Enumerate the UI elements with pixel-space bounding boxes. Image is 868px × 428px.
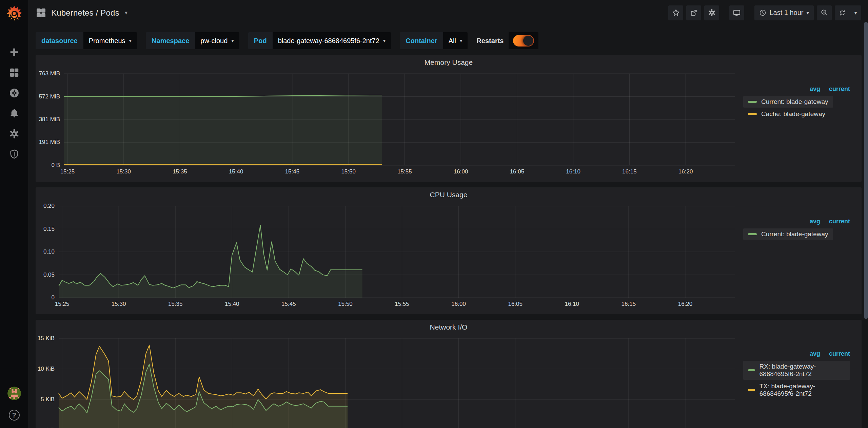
panel-legend: avg current Current: blade-gatewayCache:… <box>735 69 862 165</box>
dashboard-settings-button[interactable] <box>704 5 719 20</box>
gear-icon <box>708 9 716 17</box>
legend-sort-current[interactable]: current <box>829 86 850 93</box>
cycle-view-mode-button[interactable] <box>729 5 744 20</box>
panel-network-io: Network I/O 0 B5 KiB10 KiB15 KiB 15:2515… <box>36 320 862 428</box>
template-variables-row: datasource Prometheus ▾ Namespace pw-clo… <box>28 25 868 49</box>
panel-title[interactable]: CPU Usage <box>36 187 862 201</box>
chevron-down-icon: ▾ <box>129 38 132 44</box>
share-dashboard-button[interactable] <box>686 5 701 20</box>
dashboard-grid-icon <box>36 7 46 18</box>
container-dropdown[interactable]: All ▾ <box>443 32 468 49</box>
y-tick-label: 15 KiB <box>38 335 55 342</box>
sidebar-item-explore[interactable] <box>9 88 20 98</box>
y-tick-label: 191 MiB <box>39 139 60 146</box>
y-tick-label: 763 MiB <box>39 70 60 77</box>
legend-swatch <box>748 389 755 391</box>
panel-legend: avg current RX: blade-gateway-68684695f6… <box>735 333 862 428</box>
legend-item[interactable]: TX: blade-gateway-68684695f6-2nt72 <box>743 380 850 399</box>
legend-swatch <box>748 101 757 103</box>
x-tick-label: 15:40 <box>225 301 239 308</box>
y-tick-label: 572 MiB <box>39 93 60 100</box>
panel-title[interactable]: Memory Usage <box>36 55 862 69</box>
datasource-dropdown[interactable]: Prometheus ▾ <box>83 32 137 49</box>
legend-series-label: Cache: blade-gateway <box>761 110 825 118</box>
time-range-label: Last 1 hour <box>769 9 803 17</box>
mark-favorite-button[interactable] <box>668 5 683 20</box>
legend-item[interactable]: Current: blade-gateway <box>743 96 833 108</box>
chevron-down-icon: ▾ <box>231 38 234 44</box>
x-tick-label: 16:20 <box>678 301 693 308</box>
variable-label: Restarts <box>476 32 509 49</box>
legend-item[interactable]: Cache: blade-gateway <box>743 108 830 120</box>
plot-area[interactable]: 0 B191 MiB381 MiB572 MiB763 MiB 15:2515:… <box>64 74 735 165</box>
legend-series-label: Current: blade-gateway <box>761 98 828 106</box>
legend-sort-avg[interactable]: avg <box>810 350 820 357</box>
legend-sort-current[interactable]: current <box>829 218 850 225</box>
y-axis: 0 B191 MiB381 MiB572 MiB763 MiB <box>28 74 60 165</box>
y-tick-label: 381 MiB <box>39 116 60 123</box>
sidebar-item-server-admin[interactable] <box>9 149 20 160</box>
variable-value: blade-gateway-68684695f6-2nt72 <box>278 37 379 45</box>
variable-restarts: Restarts <box>476 32 538 49</box>
y-tick-label: 0.20 <box>43 203 55 209</box>
variable-label: Namespace <box>146 32 195 49</box>
variable-label: datasource <box>36 32 83 49</box>
zoom-out-time-range-button[interactable] <box>817 5 832 20</box>
panel-legend: avg current Current: blade-gateway <box>735 201 862 298</box>
y-tick-label: 0 B <box>46 427 55 428</box>
legend-item[interactable]: RX: blade-gateway-68684695f6-2nt72 <box>743 361 850 380</box>
legend-items: Current: blade-gatewayCache: blade-gatew… <box>743 95 850 120</box>
plot-area[interactable]: 0 B5 KiB10 KiB15 KiB 15:2515:3015:3515:4… <box>59 338 735 428</box>
x-tick-label: 15:25 <box>60 168 75 175</box>
clock-icon <box>759 9 766 16</box>
compass-icon <box>9 88 20 98</box>
legend-items: RX: blade-gateway-68684695f6-2nt72TX: bl… <box>743 360 850 399</box>
legend-sort-current[interactable]: current <box>829 350 850 357</box>
variable-datasource: datasource Prometheus ▾ <box>36 32 137 49</box>
x-tick-label: 15:25 <box>55 301 70 308</box>
legend-column-headers: avg current <box>743 350 850 357</box>
sidebar-item-dashboards[interactable] <box>9 67 20 78</box>
user-avatar[interactable] <box>7 387 21 400</box>
panel-cpu-usage: CPU Usage 00.050.100.150.20 15:2515:3015… <box>36 187 862 314</box>
legend-item[interactable]: Current: blade-gateway <box>743 228 833 240</box>
x-tick-label: 16:15 <box>622 301 636 308</box>
legend-swatch <box>748 113 757 115</box>
time-range-picker[interactable]: Last 1 hour ▾ <box>754 5 814 20</box>
x-tick-label: 15:45 <box>281 301 296 308</box>
variable-value: All <box>449 37 456 45</box>
refresh-interval-caret-button[interactable]: ▾ <box>850 5 861 20</box>
x-tick-label: 16:05 <box>510 168 525 175</box>
variable-value: Prometheus <box>89 37 125 45</box>
help-icon[interactable]: ? <box>9 410 20 421</box>
panel-title[interactable]: Network I/O <box>36 320 862 333</box>
x-tick-label: 16:10 <box>565 301 579 308</box>
legend-swatch <box>748 369 755 371</box>
title-caret-icon[interactable]: ▾ <box>125 10 127 16</box>
restarts-toggle[interactable] <box>509 32 538 49</box>
y-tick-label: 0 <box>52 294 55 301</box>
x-axis: 15:2515:3015:3515:4015:4515:5015:5516:00… <box>59 301 735 311</box>
y-tick-label: 5 KiB <box>41 396 55 403</box>
variable-pod: Pod blade-gateway-68684695f6-2nt72 ▾ <box>248 32 391 49</box>
dashboard-title[interactable]: Kubernetes / Pods <box>51 8 119 18</box>
refresh-dashboard-button[interactable] <box>835 5 850 20</box>
pod-dropdown[interactable]: blade-gateway-68684695f6-2nt72 ▾ <box>273 32 391 49</box>
legend-sort-avg[interactable]: avg <box>810 86 820 93</box>
grafana-logo[interactable] <box>0 0 28 27</box>
legend-column-headers: avg current <box>743 86 850 93</box>
sidebar-item-create[interactable] <box>9 47 20 58</box>
plus-icon <box>9 47 19 57</box>
x-tick-label: 15:50 <box>341 168 356 175</box>
x-tick-label: 16:15 <box>622 168 637 175</box>
namespace-dropdown[interactable]: pw-cloud ▾ <box>195 32 239 49</box>
x-tick-label: 15:50 <box>338 301 353 308</box>
plot-area[interactable]: 00.050.100.150.20 15:2515:3015:3515:4015… <box>59 206 735 298</box>
side-menu: ? <box>0 0 28 428</box>
chevron-down-icon: ▾ <box>460 38 462 44</box>
legend-series-label: RX: blade-gateway-68684695f6-2nt72 <box>760 363 845 378</box>
sidebar-item-alerting[interactable] <box>9 108 20 119</box>
page-scrollbar[interactable] <box>864 22 868 319</box>
legend-sort-avg[interactable]: avg <box>810 218 820 225</box>
sidebar-item-configuration[interactable] <box>9 128 20 139</box>
